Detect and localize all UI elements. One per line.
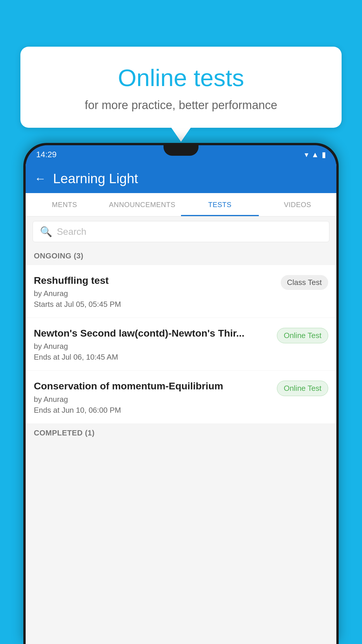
signal-icon: ▲: [311, 150, 319, 159]
test-item-reshuffling[interactable]: Reshuffling test by Anurag Starts at Jul…: [26, 265, 336, 318]
status-icons: ▾ ▲ ▮: [305, 150, 326, 159]
test-date-conservation: Ends at Jun 10, 06:00 PM: [34, 406, 272, 415]
test-badge-online-newton: Online Test: [277, 328, 328, 343]
search-icon: 🔍: [40, 226, 52, 237]
test-badge-online-conservation: Online Test: [277, 381, 328, 396]
wifi-icon: ▾: [305, 150, 308, 159]
phone-inner: 14:29 ▾ ▲ ▮ ← Learning Light MENTS ANNOU…: [26, 145, 336, 644]
bubble-title: Online tests: [35, 64, 327, 92]
test-title-conservation: Conservation of momentum-Equilibrium: [34, 379, 272, 392]
tab-ments-label: MENTS: [52, 201, 77, 209]
test-item-newton[interactable]: Newton's Second law(contd)-Newton's Thir…: [26, 318, 336, 371]
bubble-subtitle: for more practice, better performance: [35, 99, 327, 112]
completed-section-header: COMPLETED (1): [26, 424, 336, 442]
tab-announcements[interactable]: ANNOUNCEMENTS: [103, 193, 181, 216]
test-date-reshuffling: Starts at Jul 05, 05:45 PM: [34, 300, 276, 309]
test-list: Reshuffling test by Anurag Starts at Jul…: [26, 265, 336, 424]
test-by-newton: by Anurag: [34, 342, 272, 351]
speech-bubble: Online tests for more practice, better p…: [20, 47, 342, 128]
test-by-reshuffling: by Anurag: [34, 289, 276, 298]
completed-header-label: COMPLETED (1): [34, 428, 95, 437]
search-placeholder: Search: [57, 226, 86, 237]
tab-tests[interactable]: TESTS: [181, 193, 259, 216]
test-title-newton: Newton's Second law(contd)-Newton's Thir…: [34, 327, 272, 340]
phone-frame: 14:29 ▾ ▲ ▮ ← Learning Light MENTS ANNOU…: [23, 143, 339, 644]
test-info-reshuffling: Reshuffling test by Anurag Starts at Jul…: [34, 274, 276, 309]
status-bar: 14:29 ▾ ▲ ▮: [26, 145, 336, 164]
app-bar-title: Learning Light: [53, 171, 138, 186]
test-item-conservation[interactable]: Conservation of momentum-Equilibrium by …: [26, 371, 336, 424]
screen-content: ← Learning Light MENTS ANNOUNCEMENTS TES…: [26, 164, 336, 644]
search-bar-container: 🔍 Search: [26, 216, 336, 247]
tab-bar: MENTS ANNOUNCEMENTS TESTS VIDEOS: [26, 193, 336, 216]
test-date-newton: Ends at Jul 06, 10:45 AM: [34, 353, 272, 362]
test-title-reshuffling: Reshuffling test: [34, 274, 276, 287]
test-by-conservation: by Anurag: [34, 395, 272, 404]
ongoing-section-header: ONGOING (3): [26, 247, 336, 265]
search-input-box[interactable]: 🔍 Search: [33, 221, 329, 242]
app-bar: ← Learning Light: [26, 164, 336, 193]
back-button[interactable]: ←: [34, 172, 46, 185]
tab-videos-label: VIDEOS: [284, 201, 311, 209]
notch: [164, 145, 198, 156]
tab-videos[interactable]: VIDEOS: [259, 193, 337, 216]
status-time: 14:29: [36, 150, 57, 159]
tab-ments[interactable]: MENTS: [26, 193, 103, 216]
tab-announcements-label: ANNOUNCEMENTS: [109, 201, 175, 209]
test-info-conservation: Conservation of momentum-Equilibrium by …: [34, 379, 272, 414]
battery-icon: ▮: [322, 150, 326, 159]
ongoing-header-label: ONGOING (3): [34, 251, 83, 260]
test-info-newton: Newton's Second law(contd)-Newton's Thir…: [34, 327, 272, 362]
test-badge-class: Class Test: [281, 275, 328, 290]
tab-tests-label: TESTS: [208, 201, 231, 209]
